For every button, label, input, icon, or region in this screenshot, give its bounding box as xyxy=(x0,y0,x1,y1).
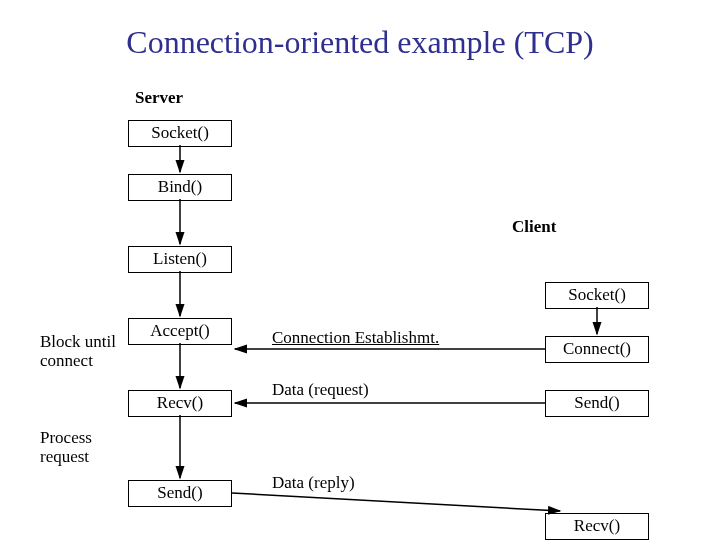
annot-block-l2: connect xyxy=(40,351,93,370)
annot-block-until-connect: Block until connect xyxy=(40,332,116,370)
client-header: Client xyxy=(512,217,556,237)
server-accept-box: Accept() xyxy=(128,318,232,345)
slide-title: Connection-oriented example (TCP) xyxy=(0,24,720,61)
annot-conn-est: Connection Establishmt. xyxy=(272,328,439,348)
server-bind-box: Bind() xyxy=(128,174,232,201)
annot-process-request: Process request xyxy=(40,428,92,466)
arrow-data-reply xyxy=(232,493,560,511)
annot-data-reply: Data (reply) xyxy=(272,473,355,493)
client-connect-box: Connect() xyxy=(545,336,649,363)
server-header: Server xyxy=(135,88,183,108)
server-send-box: Send() xyxy=(128,480,232,507)
server-socket-box: Socket() xyxy=(128,120,232,147)
client-socket-box: Socket() xyxy=(545,282,649,309)
annot-proc-l2: request xyxy=(40,447,89,466)
annot-proc-l1: Process xyxy=(40,428,92,447)
annot-block-l1: Block until xyxy=(40,332,116,351)
client-send-box: Send() xyxy=(545,390,649,417)
server-listen-box: Listen() xyxy=(128,246,232,273)
client-recv-box: Recv() xyxy=(545,513,649,540)
server-recv-box: Recv() xyxy=(128,390,232,417)
annot-data-req: Data (request) xyxy=(272,380,369,400)
flow-arrows xyxy=(0,0,720,540)
